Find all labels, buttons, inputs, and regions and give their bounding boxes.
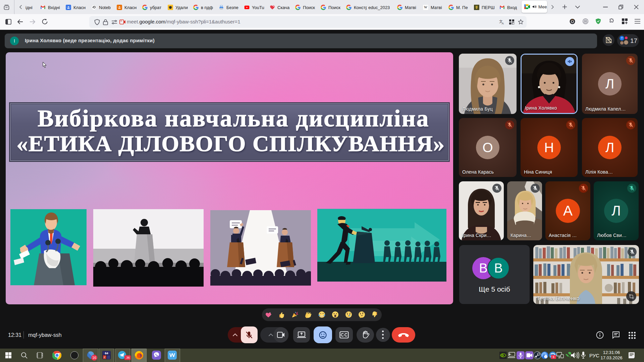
svg-text:W: W <box>424 5 427 9</box>
svg-text:64: 64 <box>105 352 108 355</box>
svg-text:Г: Г <box>104 356 106 359</box>
svg-text:A: A <box>502 22 504 25</box>
